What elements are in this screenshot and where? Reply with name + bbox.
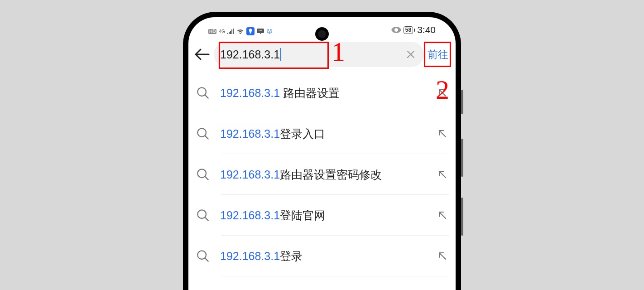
suggestion-item[interactable]: 192.168.3.1 路由器设置 <box>195 72 449 113</box>
svg-line-14 <box>205 218 208 221</box>
battery-indicator: 58 <box>404 26 415 34</box>
back-button[interactable] <box>193 45 211 63</box>
fill-arrow-icon[interactable] <box>437 210 447 220</box>
phone-screen: HD 4G 58 3:40 <box>188 17 456 290</box>
fill-arrow-icon[interactable] <box>437 169 447 179</box>
suggestion-text: 192.168.3.1登录入口 <box>220 126 433 141</box>
svg-line-10 <box>205 136 208 139</box>
phone-volume-down <box>461 198 463 236</box>
assistant-icon <box>246 27 255 35</box>
address-input-value: 192.168.3.1 <box>220 48 281 61</box>
address-input[interactable]: 192.168.3.1 <box>214 42 424 67</box>
search-icon <box>197 168 209 181</box>
divider <box>221 276 449 276</box>
svg-point-6 <box>270 31 272 33</box>
address-bar-row: 192.168.3.1 前往 1 2 <box>188 36 456 72</box>
search-icon <box>197 127 209 140</box>
suggestion-item[interactable]: 192.168.3.1路由器设置密码修改 <box>195 154 449 195</box>
close-icon <box>406 50 415 59</box>
suggestion-text: 192.168.3.1 路由器设置 <box>220 86 433 101</box>
battery-tip <box>414 29 415 32</box>
signal-icon <box>227 29 234 34</box>
search-icon <box>197 250 209 262</box>
svg-line-8 <box>205 95 208 98</box>
chat-bubble-icon <box>257 28 264 34</box>
svg-point-3 <box>267 29 269 31</box>
eye-icon <box>391 27 401 33</box>
status-right: 58 3:40 <box>391 24 436 35</box>
annotation-label-1: 1 <box>332 36 345 68</box>
annotation-label-2: 2 <box>436 74 449 106</box>
suggestion-text: 192.168.3.1登录 <box>220 249 433 264</box>
back-arrow-icon <box>194 48 210 61</box>
baidu-icon <box>266 28 273 34</box>
wifi-icon <box>236 29 244 34</box>
suggestion-text: 192.168.3.1登陆官网 <box>220 208 433 223</box>
svg-point-4 <box>270 29 272 31</box>
svg-point-1 <box>260 30 261 31</box>
hd-badge: HD <box>208 29 216 34</box>
suggestion-item[interactable]: 192.168.3.1登陆官网 <box>195 195 449 236</box>
fill-arrow-icon[interactable] <box>437 251 447 261</box>
camera-notch <box>315 27 329 41</box>
suggestion-item[interactable]: 192.168.3.1登录入口 <box>195 113 449 154</box>
suggestions-list: 192.168.3.1 路由器设置 192.168.3.1登录入口 192.16… <box>188 72 456 276</box>
svg-line-12 <box>205 177 208 180</box>
search-icon <box>197 209 209 222</box>
clock-time: 3:40 <box>417 24 436 35</box>
svg-point-0 <box>259 30 260 31</box>
search-icon <box>197 87 209 99</box>
fill-arrow-icon[interactable] <box>437 129 447 139</box>
network-4g-label: 4G <box>219 29 225 34</box>
go-button[interactable]: 前往 <box>427 45 449 64</box>
phone-side-button <box>461 90 463 114</box>
svg-point-5 <box>267 31 268 33</box>
svg-line-16 <box>205 258 208 261</box>
battery-percent: 58 <box>404 26 413 34</box>
clear-input-button[interactable] <box>405 48 417 60</box>
svg-point-2 <box>261 30 262 31</box>
phone-frame: HD 4G 58 3:40 <box>183 12 461 290</box>
status-left: HD 4G <box>208 27 273 35</box>
phone-volume-up <box>461 139 463 177</box>
suggestion-item[interactable]: 192.168.3.1登录 <box>195 236 449 276</box>
suggestion-text: 192.168.3.1路由器设置密码修改 <box>220 167 433 182</box>
